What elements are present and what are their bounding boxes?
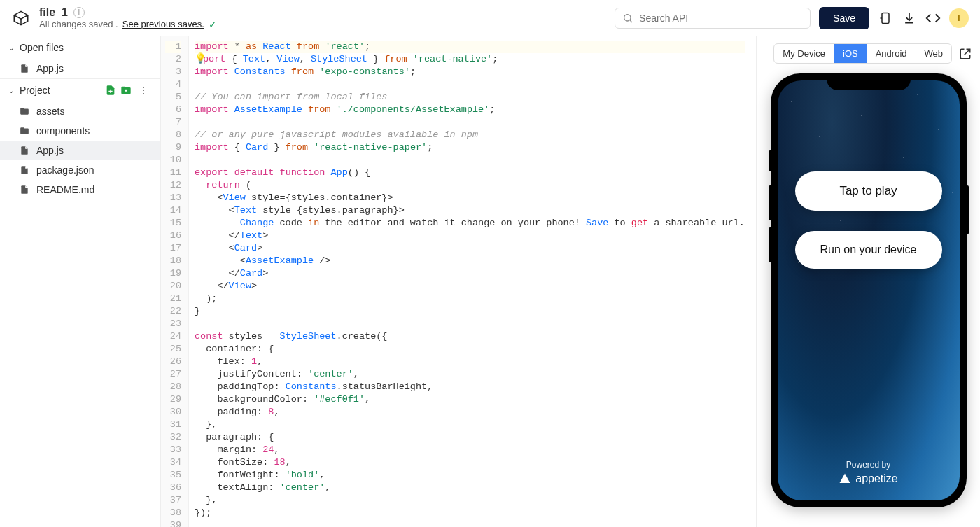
code-line[interactable]: const styles = StyleSheet.create({: [195, 330, 745, 343]
code-line[interactable]: </Text>: [195, 230, 745, 242]
project-header[interactable]: ⌄ Project ⋮: [0, 78, 160, 101]
open-files-label: Open files: [20, 42, 64, 53]
code-line[interactable]: },: [195, 494, 745, 507]
code-line[interactable]: Change code in the editor and watch it c…: [195, 217, 745, 230]
search-icon: [622, 13, 634, 24]
file-name: package.json: [36, 164, 94, 176]
code-line[interactable]: }: [195, 305, 745, 318]
file-name: App.js: [36, 145, 64, 156]
more-menu-icon[interactable]: ⋮: [136, 85, 152, 96]
run-on-device-button[interactable]: Run on your device: [795, 231, 942, 269]
file-icon: [20, 146, 29, 155]
code-line[interactable]: import { Card } from 'react-native-paper…: [195, 141, 745, 154]
code-line[interactable]: import AssetExample from './components/A…: [195, 104, 745, 116]
folder-icon: [20, 106, 29, 116]
project-item[interactable]: components: [0, 121, 160, 141]
project-item[interactable]: assets: [0, 101, 160, 121]
save-button[interactable]: Save: [819, 7, 869, 29]
new-file-icon[interactable]: [105, 85, 116, 96]
user-avatar[interactable]: I: [949, 8, 969, 28]
code-line[interactable]: margin: 24,: [195, 444, 745, 456]
file-name: App.js: [36, 63, 64, 74]
code-line[interactable]: );: [195, 293, 745, 305]
code-line[interactable]: <Text style={styles.paragraph}>: [195, 204, 745, 217]
code-line[interactable]: textAlign: 'center',: [195, 482, 745, 494]
code-line[interactable]: [195, 318, 745, 330]
line-gutter: 1234567891011121314151617181920212223242…: [161, 36, 189, 527]
project-item[interactable]: App.js: [0, 141, 160, 160]
save-status: All changes saved . See previous saves. …: [39, 19, 217, 30]
code-line[interactable]: [195, 154, 745, 167]
open-external-icon[interactable]: [959, 48, 972, 60]
code-content[interactable]: import * as React from 'react';💡port { T…: [189, 36, 753, 527]
svg-point-0: [624, 14, 631, 20]
folder-icon: [20, 126, 29, 136]
download-icon[interactable]: [902, 10, 917, 26]
code-line[interactable]: </Card>: [195, 267, 745, 280]
code-line[interactable]: import Constants from 'expo-constants';: [195, 66, 745, 78]
code-line[interactable]: return (: [195, 179, 745, 192]
device-screen: Tap to play Run on your device Powered b…: [778, 80, 960, 500]
code-line[interactable]: });: [195, 507, 745, 519]
powered-by: Powered by appetize: [778, 460, 960, 485]
code-line[interactable]: </View>: [195, 280, 745, 293]
code-line[interactable]: backgroundColor: '#ecf0f1',: [195, 393, 745, 406]
search-input-wrapper[interactable]: [615, 8, 811, 29]
preview-pane: My DeviceiOSAndroidWeb Tap to play Run o…: [756, 36, 980, 527]
file-icon: [20, 185, 29, 195]
appetize-logo-icon: [839, 472, 851, 485]
powered-by-label: Powered by: [778, 460, 960, 470]
device-frame: Tap to play Run on your device Powered b…: [771, 73, 967, 507]
code-line[interactable]: // or any pure javascript modules availa…: [195, 129, 745, 141]
svg-rect-1: [882, 13, 889, 23]
snack-logo-icon: [11, 8, 31, 28]
sidebar: ⌄ Open files App.js ⌄ Project ⋮ assetsco…: [0, 36, 161, 527]
code-line[interactable]: },: [195, 419, 745, 431]
tap-to-play-button[interactable]: Tap to play: [795, 171, 942, 211]
info-icon[interactable]: i: [74, 7, 85, 18]
code-line[interactable]: [195, 116, 745, 129]
project-label: Project: [20, 85, 50, 96]
search-input[interactable]: [639, 13, 803, 24]
code-line[interactable]: padding: 8,: [195, 406, 745, 419]
embed-code-icon[interactable]: [925, 10, 941, 26]
project-item[interactable]: README.md: [0, 180, 160, 199]
new-folder-icon[interactable]: [120, 85, 132, 96]
platform-tabs: My DeviceiOSAndroidWeb: [774, 43, 952, 64]
preview-device-icon[interactable]: [878, 10, 893, 26]
previous-saves-link[interactable]: See previous saves.: [122, 19, 204, 29]
platform-tab-ios[interactable]: iOS: [834, 44, 867, 63]
code-line[interactable]: <AssetExample />: [195, 255, 745, 267]
code-line[interactable]: [195, 519, 745, 527]
platform-tab-android[interactable]: Android: [867, 44, 916, 63]
platform-tab-my-device[interactable]: My Device: [774, 44, 834, 63]
code-line[interactable]: 💡port { Text, View, StyleSheet } from 'r…: [195, 53, 745, 66]
code-line[interactable]: <View style={styles.container}>: [195, 192, 745, 204]
code-line[interactable]: <Card>: [195, 242, 745, 255]
code-line[interactable]: justifyContent: 'center',: [195, 368, 745, 381]
code-line[interactable]: import * as React from 'react';: [195, 41, 745, 53]
file-name: components: [36, 125, 90, 136]
file-icon: [20, 165, 29, 175]
code-line[interactable]: // You can import from local files: [195, 91, 745, 104]
header: file_1 i All changes saved . See previou…: [0, 0, 980, 36]
appetize-brand: appetize: [855, 472, 898, 485]
code-line[interactable]: export default function App() {: [195, 167, 745, 179]
code-line[interactable]: flex: 1,: [195, 356, 745, 368]
code-line[interactable]: container: {: [195, 343, 745, 356]
chevron-down-icon: ⌄: [8, 44, 14, 52]
open-files-header[interactable]: ⌄ Open files: [0, 36, 160, 59]
code-line[interactable]: fontWeight: 'bold',: [195, 469, 745, 482]
code-line[interactable]: fontSize: 18,: [195, 456, 745, 469]
code-editor[interactable]: 1234567891011121314151617181920212223242…: [161, 36, 756, 527]
code-line[interactable]: [195, 78, 745, 91]
code-line[interactable]: paddingTop: Constants.statusBarHeight,: [195, 381, 745, 393]
chevron-down-icon: ⌄: [8, 87, 14, 94]
code-line[interactable]: paragraph: {: [195, 431, 745, 444]
file-name: assets: [36, 106, 64, 117]
project-item[interactable]: package.json: [0, 160, 160, 180]
open-file-item[interactable]: App.js: [0, 59, 160, 78]
check-icon: ✓: [209, 19, 217, 30]
platform-tab-web[interactable]: Web: [916, 44, 952, 63]
project-title[interactable]: file_1: [39, 6, 68, 19]
